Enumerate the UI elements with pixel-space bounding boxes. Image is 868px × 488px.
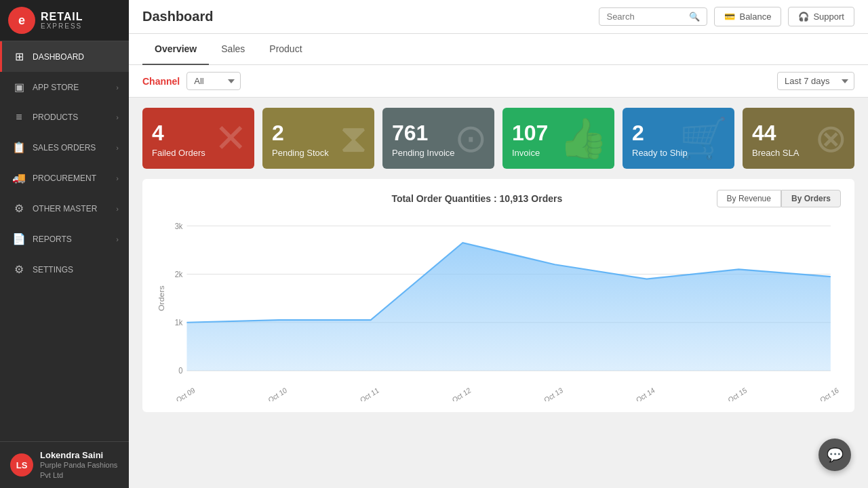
nav-icon-app-store: ▣	[12, 81, 26, 94]
svg-text:Oct 13: Oct 13	[542, 386, 564, 401]
nav-item-left-settings: ⚙ SETTINGS	[12, 263, 73, 276]
card-pending-stock[interactable]: ⧗ 2 Pending Stock	[262, 108, 374, 169]
nav-item-left-app-store: ▣ APP STORE	[12, 81, 79, 94]
card-number-failed-orders: 4	[152, 122, 245, 144]
card-failed-orders[interactable]: ✕ 4 Failed Orders	[142, 108, 254, 169]
nav-label-other-master: OTHER MASTER	[33, 204, 97, 214]
nav-label-settings: SETTINGS	[33, 265, 73, 274]
nav-arrow-sales-orders: ›	[116, 144, 119, 152]
nav-item-left-procurement: 🚚 PROCUREMENT	[12, 171, 96, 184]
sidebar: e RETAIL EXPRESS ⊞ DASHBOARD ▣ APP STORE…	[0, 0, 129, 488]
sidebar-item-app-store[interactable]: ▣ APP STORE ›	[0, 72, 129, 102]
sidebar-item-settings[interactable]: ⚙ SETTINGS	[0, 254, 129, 285]
user-name: Lokendra Saini	[40, 450, 119, 460]
nav-icon-other-master: ⚙	[12, 202, 26, 215]
user-info: Lokendra Saini Purple Panda Fashions Pvt…	[40, 450, 119, 480]
nav-icon-settings: ⚙	[12, 263, 26, 276]
channel-label: Channel	[142, 76, 180, 87]
support-label: Support	[813, 12, 844, 22]
sidebar-item-reports[interactable]: 📄 REPORTS ›	[0, 224, 129, 254]
chat-button[interactable]: 💬	[818, 439, 851, 471]
card-label-invoice: Invoice	[512, 148, 605, 158]
svg-text:2k: 2k	[175, 269, 183, 279]
card-label-breach-sla: Breach SLA	[752, 148, 845, 158]
sidebar-footer: LS Lokendra Saini Purple Panda Fashions …	[0, 441, 129, 488]
nav-label-procurement: PROCUREMENT	[33, 174, 96, 183]
nav-icon-sales-orders: 📋	[12, 141, 26, 154]
chart-header: Total Order Quantities : 10,913 Orders B…	[156, 190, 841, 207]
svg-text:3k: 3k	[175, 221, 183, 230]
nav-item-left-products: ≡ PRODUCTS	[12, 111, 78, 123]
nav-icon-products: ≡	[12, 111, 26, 123]
filter-left: Channel All Online Offline	[142, 72, 241, 90]
nav-label-sales-orders: SALES ORDERS	[33, 143, 96, 152]
nav-icon-procurement: 🚚	[12, 171, 26, 184]
card-number-ready-to-ship: 2	[632, 122, 725, 144]
sidebar-item-other-master[interactable]: ⚙ OTHER MASTER ›	[0, 193, 129, 224]
card-number-pending-invoice: 761	[392, 122, 485, 144]
nav-item-left-other-master: ⚙ OTHER MASTER	[12, 202, 97, 215]
svg-text:Oct 16: Oct 16	[818, 386, 840, 401]
nav-arrow-products: ›	[116, 113, 119, 121]
cards-row: ✕ 4 Failed Orders ⧗ 2 Pending Stock ⊙ 76…	[129, 98, 868, 179]
card-number-pending-stock: 2	[272, 122, 365, 144]
svg-text:1k: 1k	[175, 318, 183, 327]
search-box[interactable]: 🔍	[599, 7, 707, 26]
top-bar: Dashboard 🔍 💳 Balance 🎧 Support	[129, 0, 868, 34]
page-title: Dashboard	[142, 9, 213, 24]
balance-label: Balance	[739, 12, 771, 22]
svg-text:Orders: Orders	[157, 285, 165, 311]
chat-icon: 💬	[827, 447, 844, 463]
nav-item-left-sales-orders: 📋 SALES ORDERS	[12, 141, 96, 154]
nav-item-left-reports: 📄 REPORTS	[12, 232, 72, 245]
nav-arrow-app-store: ›	[116, 83, 119, 92]
nav-item-left-dashboard: ⊞ DASHBOARD	[12, 50, 84, 63]
user-initials: LS	[16, 460, 28, 470]
support-button[interactable]: 🎧 Support	[788, 7, 854, 26]
nav-arrow-reports: ›	[116, 235, 119, 243]
nav-icon-dashboard: ⊞	[12, 50, 26, 63]
chart-container: 01k2k3kOrdersOct 09Oct 10Oct 11Oct 12Oct…	[156, 218, 841, 401]
channel-select[interactable]: All Online Offline	[186, 72, 241, 90]
card-ready-to-ship[interactable]: 🛒 2 Ready to Ship	[623, 108, 734, 169]
logo-text: RETAIL EXPRESS	[41, 11, 83, 30]
svg-text:Oct 14: Oct 14	[635, 386, 656, 401]
svg-text:Oct 12: Oct 12	[451, 386, 472, 401]
search-input[interactable]	[606, 12, 685, 22]
sidebar-item-procurement[interactable]: 🚚 PROCUREMENT ›	[0, 163, 129, 193]
tab-overview[interactable]: Overview	[142, 34, 209, 65]
chart-title: Total Order Quantities : 10,913 Orders	[237, 193, 717, 204]
sidebar-item-sales-orders[interactable]: 📋 SALES ORDERS ›	[0, 132, 129, 163]
area-chart: 01k2k3kOrdersOct 09Oct 10Oct 11Oct 12Oct…	[156, 218, 841, 401]
svg-text:Oct 15: Oct 15	[727, 386, 748, 401]
sidebar-item-dashboard[interactable]: ⊞ DASHBOARD	[0, 41, 129, 72]
logo-express: EXPRESS	[41, 22, 83, 30]
tab-product[interactable]: Product	[257, 34, 314, 65]
card-number-invoice: 107	[512, 122, 605, 144]
svg-text:Oct 11: Oct 11	[359, 386, 380, 401]
nav-label-dashboard: DASHBOARD	[33, 52, 84, 62]
svg-text:Oct 09: Oct 09	[175, 386, 196, 401]
headset-icon: 🎧	[798, 12, 809, 22]
nav-label-reports: REPORTS	[33, 235, 72, 244]
card-pending-invoice[interactable]: ⊙ 761 Pending Invoice	[382, 108, 494, 169]
tab-sales[interactable]: Sales	[209, 34, 257, 65]
sidebar-item-products[interactable]: ≡ PRODUCTS ›	[0, 102, 129, 132]
balance-button[interactable]: 💳 Balance	[714, 7, 781, 26]
logo-letter: e	[18, 14, 25, 28]
by-orders-toggle[interactable]: By Orders	[781, 190, 841, 207]
wallet-icon: 💳	[724, 12, 735, 22]
svg-text:Oct 10: Oct 10	[267, 386, 288, 401]
date-range-select[interactable]: Last 7 days Last 14 days Last 30 days Th…	[777, 72, 854, 90]
by-revenue-toggle[interactable]: By Revenue	[717, 190, 781, 207]
card-breach-sla[interactable]: ⊗ 44 Breach SLA	[743, 108, 854, 169]
sidebar-logo: e RETAIL EXPRESS	[0, 0, 129, 41]
card-label-ready-to-ship: Ready to Ship	[632, 148, 725, 158]
sidebar-nav: ⊞ DASHBOARD ▣ APP STORE › ≡ PRODUCTS › 📋…	[0, 41, 129, 441]
avatar: LS	[10, 453, 33, 476]
top-bar-actions: 🔍 💳 Balance 🎧 Support	[599, 7, 854, 26]
nav-arrow-other-master: ›	[116, 205, 119, 213]
nav-label-products: PRODUCTS	[33, 113, 78, 122]
card-invoice[interactable]: 👍 107 Invoice	[502, 108, 614, 169]
main-content: Dashboard 🔍 💳 Balance 🎧 Support Overview…	[129, 0, 868, 488]
